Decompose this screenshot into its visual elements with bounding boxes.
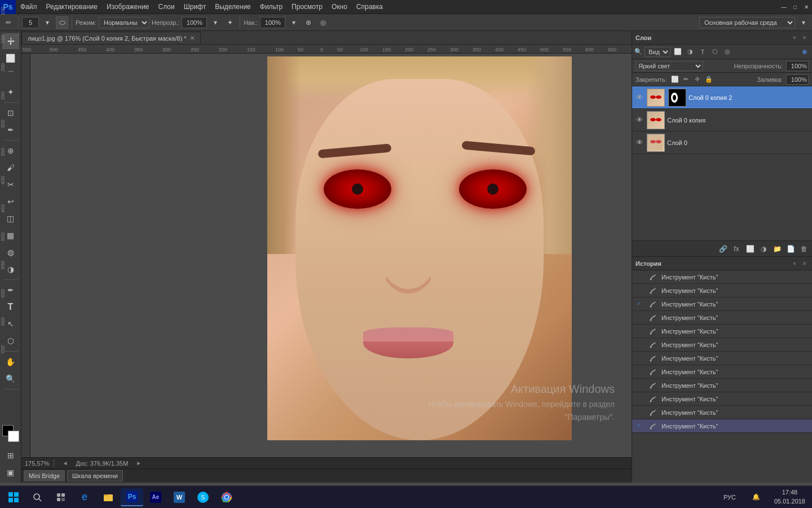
history-item[interactable]: Инструмент "Кисть" [632,365,812,379]
menu-select[interactable]: Выделение [210,0,255,14]
panel-menu-btn[interactable]: ≡ [801,34,809,42]
history-item[interactable]: Инструмент "Кисть" [632,270,812,284]
opacity-input[interactable] [182,17,207,28]
menu-font[interactable]: Шрифт [179,0,210,14]
history-item[interactable]: Инструмент "Кисть" [632,284,812,297]
svg-point-61 [650,400,652,402]
menu-window[interactable]: Окно [327,0,352,14]
history-item[interactable]: Инструмент "Кисть" [632,406,812,419]
zoom-level[interactable]: 175,57% [25,460,49,467]
task-view-button[interactable] [50,488,72,506]
mini-bridge-tab[interactable]: Mini Bridge [24,470,65,481]
tablet-icon[interactable]: ◎ [317,16,329,29]
opacity-arrow-icon[interactable]: ▾ [209,16,222,29]
bottom-bar: Mini Bridge Шкала времени [21,468,632,483]
history-menu-btn[interactable]: ≡ [801,260,809,268]
lock-pixels-icon[interactable]: ✏ [682,75,691,84]
panel-collapse-btn[interactable]: « [791,34,798,42]
menu-image[interactable]: Изображение [102,0,154,14]
flow-input[interactable] [260,17,285,28]
start-button[interactable] [2,488,25,506]
document-tab[interactable]: лицо1.jpg @ 176% (Слой 0 копия 2, Быстра… [21,32,201,44]
menu-help[interactable]: Справка [352,0,387,14]
notification-btn[interactable]: 🔔 [745,488,767,506]
stylus-icon[interactable]: ⊕ [302,16,315,29]
svg-text:150: 150 [382,47,391,52]
lock-position-icon[interactable]: ✛ [693,75,702,84]
history-item[interactable]: Инструмент "Кисть" [632,392,812,406]
brush-size-input[interactable] [22,17,39,28]
background-color[interactable] [8,431,19,442]
history-item[interactable]: Инструмент "Кисть" [632,379,812,392]
screen-mode-icon[interactable]: ▣ [2,465,19,480]
workspace-select[interactable]: Основная рабочая среда [699,17,795,28]
delete-layer-btn[interactable]: 🗑 [798,243,810,255]
opacity-label: Непрозрачность: [734,63,783,69]
layer-blend-select[interactable]: Яркий свет [636,61,703,71]
timeline-tab[interactable]: Шкала времени [67,470,123,481]
ps-taskbar-btn[interactable]: Ps [121,488,143,506]
menu-filter[interactable]: Фильтр [255,0,287,14]
layer-opacity-input[interactable] [786,61,809,71]
status-arrow-right[interactable]: ► [133,457,145,470]
link-layers-btn[interactable]: 🔗 [717,243,729,255]
ae-taskbar-btn[interactable]: Ae [144,488,167,506]
history-item[interactable]: Инструмент "Кисть" [632,311,812,325]
lock-all-icon[interactable]: 🔒 [704,75,713,84]
add-group-btn[interactable]: 📁 [771,243,783,255]
history-item[interactable]: Инструмент "Кисть" [632,338,812,352]
layer-visibility-1[interactable]: 👁 [634,93,645,103]
blend-mode-select[interactable]: Нормальный [99,17,149,28]
airbrush-icon[interactable]: ✦ [224,16,236,29]
canvas-image[interactable] [267,56,572,440]
word-taskbar-btn[interactable]: W [168,488,191,506]
add-layer-btn[interactable]: 📄 [785,243,796,255]
menu-edit[interactable]: Редактирование [42,0,102,14]
layer-shape-filter[interactable]: ⬡ [710,47,720,57]
chrome-taskbar-btn[interactable] [215,488,238,506]
layer-smart-filter[interactable]: ◎ [722,47,732,57]
tab-close-btn[interactable]: ✕ [190,35,195,41]
skype-taskbar-btn[interactable]: S [192,488,214,506]
brush-options-btn[interactable]: ⬭ [56,16,68,29]
minimize-button[interactable]: — [778,0,789,14]
ie-taskbar-btn[interactable]: e [73,488,96,506]
add-mask-btn[interactable]: ⬜ [744,243,756,255]
close-button[interactable]: ✕ [801,0,812,14]
history-panel: История « ≡ Инструмент "Кисть" [632,257,812,483]
workspace-arrow-icon[interactable]: ▾ [797,16,810,29]
history-collapse-btn[interactable]: « [791,260,798,268]
layer-filter-toggle[interactable]: ◉ [800,47,810,57]
history-item[interactable]: Инструмент "Кисть" [632,352,812,365]
layer-pixel-filter[interactable]: ⬜ [673,47,683,57]
layer-fill-input[interactable] [786,75,809,85]
layer-adjust-filter[interactable]: ◑ [685,47,695,57]
explorer-taskbar-btn[interactable] [97,488,120,506]
maximize-button[interactable]: □ [789,0,801,14]
status-arrow-left[interactable]: ◄ [59,457,71,470]
history-item[interactable]: ✓ Инструмент "Кисть" [632,297,812,311]
clock-btn[interactable]: 17:48 05.01.2018 [770,488,810,506]
menu-view[interactable]: Просмотр [287,0,327,14]
layer-visibility-3[interactable]: 👁 [634,138,645,148]
layer-item[interactable]: 👁 Слой 0 копия 2 [632,86,812,109]
history-item[interactable]: ✓ Инструмент "Кисть" [632,419,812,433]
ruler-top: 550 500 450 400 350 300 250 200 150 100 … [21,45,632,54]
history-item[interactable]: Инструмент "Кисть" [632,325,812,338]
canvas-viewport[interactable]: Активация Windows Чтобы активировать Win… [30,54,632,457]
search-button[interactable] [26,488,48,506]
layer-item[interactable]: 👁 Слой 0 [632,132,812,154]
layer-visibility-2[interactable]: 👁 [634,115,645,125]
add-style-btn[interactable]: fx [731,243,742,255]
layer-text-filter[interactable]: T [698,47,708,57]
menu-layers[interactable]: Слои [154,0,179,14]
add-adjustment-btn[interactable]: ◑ [758,243,769,255]
layer-item[interactable]: 👁 Слой 0 копия [632,109,812,132]
flow-arrow-icon[interactable]: ▾ [288,16,300,29]
language-btn[interactable]: РУС [717,488,743,506]
brush-preset-icon[interactable]: ▾ [41,16,54,29]
lock-transparent-icon[interactable]: ⬜ [670,75,679,84]
layer-type-filter[interactable]: Вид [645,47,670,57]
menu-file[interactable]: Файл [16,0,42,14]
layer-thumbnail-3 [647,134,665,152]
